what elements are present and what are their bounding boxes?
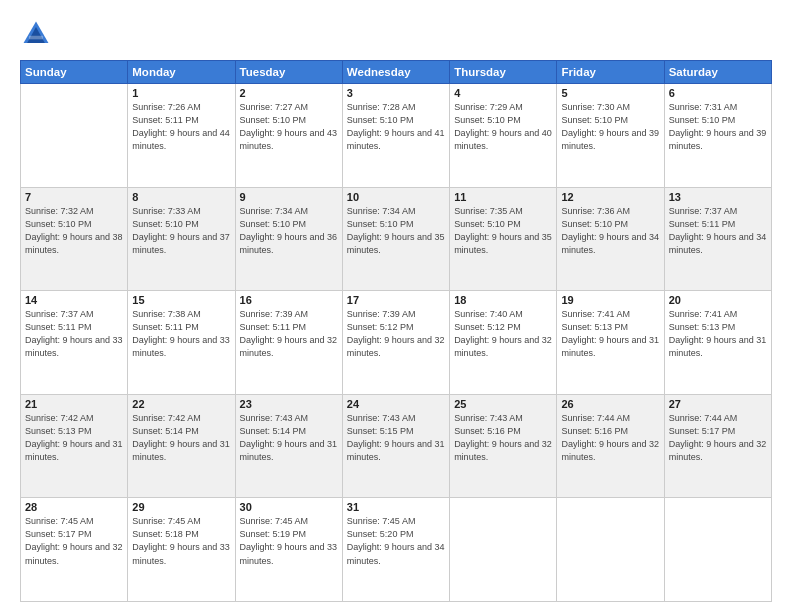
calendar-week-1: 1Sunrise: 7:26 AM Sunset: 5:11 PM Daylig… — [21, 84, 772, 188]
day-number: 1 — [132, 87, 230, 99]
day-number: 2 — [240, 87, 338, 99]
header — [20, 18, 772, 50]
day-number: 31 — [347, 501, 445, 513]
page: SundayMondayTuesdayWednesdayThursdayFrid… — [0, 0, 792, 612]
cell-text: Sunrise: 7:37 AM Sunset: 5:11 PM Dayligh… — [669, 205, 767, 257]
weekday-header-thursday: Thursday — [450, 61, 557, 84]
day-number: 11 — [454, 191, 552, 203]
calendar-week-5: 28Sunrise: 7:45 AM Sunset: 5:17 PM Dayli… — [21, 498, 772, 602]
calendar-cell — [21, 84, 128, 188]
weekday-header-wednesday: Wednesday — [342, 61, 449, 84]
logo-icon — [20, 18, 52, 50]
cell-text: Sunrise: 7:45 AM Sunset: 5:20 PM Dayligh… — [347, 515, 445, 567]
day-number: 19 — [561, 294, 659, 306]
weekday-header-saturday: Saturday — [664, 61, 771, 84]
calendar-week-4: 21Sunrise: 7:42 AM Sunset: 5:13 PM Dayli… — [21, 394, 772, 498]
calendar-cell: 26Sunrise: 7:44 AM Sunset: 5:16 PM Dayli… — [557, 394, 664, 498]
day-number: 28 — [25, 501, 123, 513]
cell-text: Sunrise: 7:26 AM Sunset: 5:11 PM Dayligh… — [132, 101, 230, 153]
cell-text: Sunrise: 7:44 AM Sunset: 5:17 PM Dayligh… — [669, 412, 767, 464]
calendar-cell: 23Sunrise: 7:43 AM Sunset: 5:14 PM Dayli… — [235, 394, 342, 498]
calendar-cell: 30Sunrise: 7:45 AM Sunset: 5:19 PM Dayli… — [235, 498, 342, 602]
day-number: 26 — [561, 398, 659, 410]
day-number: 29 — [132, 501, 230, 513]
calendar-cell: 29Sunrise: 7:45 AM Sunset: 5:18 PM Dayli… — [128, 498, 235, 602]
calendar-cell: 7Sunrise: 7:32 AM Sunset: 5:10 PM Daylig… — [21, 187, 128, 291]
day-number: 15 — [132, 294, 230, 306]
cell-text: Sunrise: 7:35 AM Sunset: 5:10 PM Dayligh… — [454, 205, 552, 257]
calendar: SundayMondayTuesdayWednesdayThursdayFrid… — [20, 60, 772, 602]
cell-text: Sunrise: 7:38 AM Sunset: 5:11 PM Dayligh… — [132, 308, 230, 360]
day-number: 4 — [454, 87, 552, 99]
cell-text: Sunrise: 7:42 AM Sunset: 5:14 PM Dayligh… — [132, 412, 230, 464]
cell-text: Sunrise: 7:41 AM Sunset: 5:13 PM Dayligh… — [561, 308, 659, 360]
calendar-cell: 21Sunrise: 7:42 AM Sunset: 5:13 PM Dayli… — [21, 394, 128, 498]
cell-text: Sunrise: 7:31 AM Sunset: 5:10 PM Dayligh… — [669, 101, 767, 153]
calendar-cell: 6Sunrise: 7:31 AM Sunset: 5:10 PM Daylig… — [664, 84, 771, 188]
cell-text: Sunrise: 7:44 AM Sunset: 5:16 PM Dayligh… — [561, 412, 659, 464]
weekday-header-friday: Friday — [557, 61, 664, 84]
cell-text: Sunrise: 7:37 AM Sunset: 5:11 PM Dayligh… — [25, 308, 123, 360]
calendar-cell: 15Sunrise: 7:38 AM Sunset: 5:11 PM Dayli… — [128, 291, 235, 395]
calendar-cell: 10Sunrise: 7:34 AM Sunset: 5:10 PM Dayli… — [342, 187, 449, 291]
cell-text: Sunrise: 7:42 AM Sunset: 5:13 PM Dayligh… — [25, 412, 123, 464]
calendar-cell: 2Sunrise: 7:27 AM Sunset: 5:10 PM Daylig… — [235, 84, 342, 188]
calendar-cell: 11Sunrise: 7:35 AM Sunset: 5:10 PM Dayli… — [450, 187, 557, 291]
day-number: 21 — [25, 398, 123, 410]
calendar-cell: 4Sunrise: 7:29 AM Sunset: 5:10 PM Daylig… — [450, 84, 557, 188]
day-number: 8 — [132, 191, 230, 203]
calendar-cell — [557, 498, 664, 602]
weekday-header-tuesday: Tuesday — [235, 61, 342, 84]
calendar-cell: 12Sunrise: 7:36 AM Sunset: 5:10 PM Dayli… — [557, 187, 664, 291]
day-number: 9 — [240, 191, 338, 203]
calendar-week-2: 7Sunrise: 7:32 AM Sunset: 5:10 PM Daylig… — [21, 187, 772, 291]
cell-text: Sunrise: 7:29 AM Sunset: 5:10 PM Dayligh… — [454, 101, 552, 153]
cell-text: Sunrise: 7:30 AM Sunset: 5:10 PM Dayligh… — [561, 101, 659, 153]
cell-text: Sunrise: 7:45 AM Sunset: 5:19 PM Dayligh… — [240, 515, 338, 567]
day-number: 25 — [454, 398, 552, 410]
calendar-cell: 20Sunrise: 7:41 AM Sunset: 5:13 PM Dayli… — [664, 291, 771, 395]
cell-text: Sunrise: 7:39 AM Sunset: 5:12 PM Dayligh… — [347, 308, 445, 360]
cell-text: Sunrise: 7:45 AM Sunset: 5:18 PM Dayligh… — [132, 515, 230, 567]
day-number: 23 — [240, 398, 338, 410]
cell-text: Sunrise: 7:45 AM Sunset: 5:17 PM Dayligh… — [25, 515, 123, 567]
day-number: 14 — [25, 294, 123, 306]
calendar-cell: 19Sunrise: 7:41 AM Sunset: 5:13 PM Dayli… — [557, 291, 664, 395]
cell-text: Sunrise: 7:39 AM Sunset: 5:11 PM Dayligh… — [240, 308, 338, 360]
day-number: 20 — [669, 294, 767, 306]
weekday-header-monday: Monday — [128, 61, 235, 84]
calendar-cell — [450, 498, 557, 602]
day-number: 22 — [132, 398, 230, 410]
cell-text: Sunrise: 7:28 AM Sunset: 5:10 PM Dayligh… — [347, 101, 445, 153]
day-number: 10 — [347, 191, 445, 203]
svg-rect-2 — [29, 36, 43, 40]
day-number: 6 — [669, 87, 767, 99]
day-number: 27 — [669, 398, 767, 410]
cell-text: Sunrise: 7:33 AM Sunset: 5:10 PM Dayligh… — [132, 205, 230, 257]
calendar-cell: 31Sunrise: 7:45 AM Sunset: 5:20 PM Dayli… — [342, 498, 449, 602]
day-number: 24 — [347, 398, 445, 410]
calendar-cell: 9Sunrise: 7:34 AM Sunset: 5:10 PM Daylig… — [235, 187, 342, 291]
day-number: 5 — [561, 87, 659, 99]
logo — [20, 18, 56, 50]
day-number: 12 — [561, 191, 659, 203]
calendar-body: 1Sunrise: 7:26 AM Sunset: 5:11 PM Daylig… — [21, 84, 772, 602]
cell-text: Sunrise: 7:27 AM Sunset: 5:10 PM Dayligh… — [240, 101, 338, 153]
day-number: 7 — [25, 191, 123, 203]
cell-text: Sunrise: 7:43 AM Sunset: 5:14 PM Dayligh… — [240, 412, 338, 464]
cell-text: Sunrise: 7:36 AM Sunset: 5:10 PM Dayligh… — [561, 205, 659, 257]
calendar-cell: 1Sunrise: 7:26 AM Sunset: 5:11 PM Daylig… — [128, 84, 235, 188]
calendar-cell: 13Sunrise: 7:37 AM Sunset: 5:11 PM Dayli… — [664, 187, 771, 291]
weekday-row: SundayMondayTuesdayWednesdayThursdayFrid… — [21, 61, 772, 84]
calendar-cell: 28Sunrise: 7:45 AM Sunset: 5:17 PM Dayli… — [21, 498, 128, 602]
day-number: 13 — [669, 191, 767, 203]
cell-text: Sunrise: 7:34 AM Sunset: 5:10 PM Dayligh… — [240, 205, 338, 257]
calendar-cell: 27Sunrise: 7:44 AM Sunset: 5:17 PM Dayli… — [664, 394, 771, 498]
cell-text: Sunrise: 7:41 AM Sunset: 5:13 PM Dayligh… — [669, 308, 767, 360]
day-number: 30 — [240, 501, 338, 513]
calendar-cell: 5Sunrise: 7:30 AM Sunset: 5:10 PM Daylig… — [557, 84, 664, 188]
calendar-header: SundayMondayTuesdayWednesdayThursdayFrid… — [21, 61, 772, 84]
day-number: 17 — [347, 294, 445, 306]
calendar-cell: 14Sunrise: 7:37 AM Sunset: 5:11 PM Dayli… — [21, 291, 128, 395]
weekday-header-sunday: Sunday — [21, 61, 128, 84]
